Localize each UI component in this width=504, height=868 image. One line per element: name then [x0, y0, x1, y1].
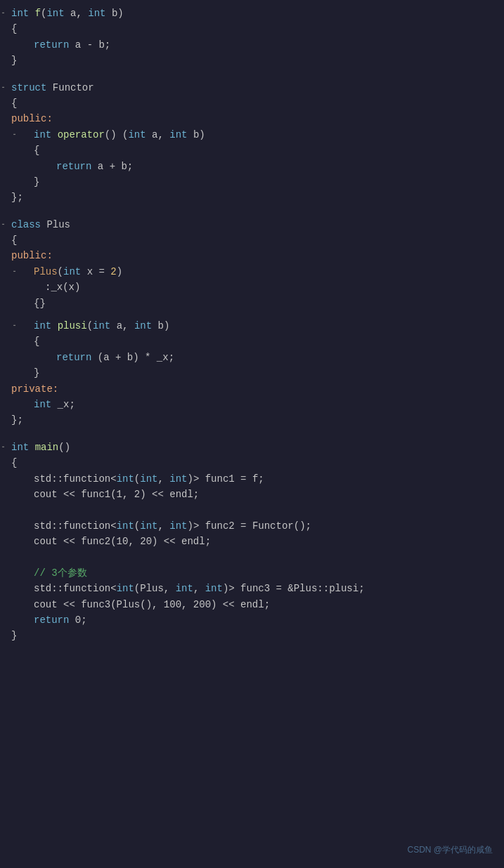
line: return 0; [0, 612, 504, 628]
code-line: int f(int a, int b) [11, 6, 498, 21]
code-line: { [11, 21, 498, 37]
code-line: { [34, 334, 498, 349]
line: ⁃ int plusi(int a, int b) [0, 318, 504, 334]
code-line: } [11, 53, 498, 68]
line: } [0, 174, 504, 190]
line: { [0, 96, 504, 111]
line: std::function<int(int, int)> func1 = f; [0, 471, 504, 487]
code-line: int operator() (int a, int b) [34, 127, 498, 143]
code-line: } [34, 365, 498, 381]
code-line: public: [11, 248, 498, 263]
code-line: { [11, 455, 498, 471]
line: { [0, 21, 504, 37]
line: } [0, 628, 504, 643]
line [0, 502, 504, 518]
fold-button[interactable]: ⁃ [13, 267, 16, 278]
code-line: std::function<int(int, int)> func1 = f; [34, 471, 498, 487]
line: return a - b; [0, 37, 504, 53]
line: cout << func1(1, 2) << endl; [0, 487, 504, 502]
line: ⁃ struct Functor [0, 80, 504, 96]
code-line: {} [34, 296, 498, 311]
line [0, 550, 504, 565]
line: ⁃ Plus(int x = 2) [0, 264, 504, 280]
line: ⁃ int operator() (int a, int b) [0, 127, 504, 143]
line: private: [0, 381, 504, 397]
code-line: public: [11, 111, 498, 126]
code-line [11, 502, 498, 518]
fold-button[interactable]: ⁃ [1, 442, 5, 454]
line: { [0, 143, 504, 158]
code-line: struct Functor [11, 80, 498, 96]
watermark: CSDN @学代码的咸鱼 [407, 843, 493, 857]
code-line: cout << func1(1, 2) << endl; [34, 487, 498, 502]
fold-button[interactable]: ⁃ [1, 8, 5, 20]
code-line: // 3个参数 [34, 565, 498, 581]
line: cout << func3(Plus(), 100, 200) << endl; [0, 597, 504, 612]
code-line: cout << func2(10, 20) << endl; [34, 534, 498, 549]
line: std::function<int(Plus, int, int)> func3… [0, 581, 504, 596]
code-line: }; [11, 412, 498, 428]
line: ⁃ int f(int a, int b) [0, 6, 504, 21]
code-line: :_x(x) [45, 280, 498, 295]
line: {} [0, 296, 504, 311]
line: cout << func2(10, 20) << endl; [0, 534, 504, 549]
struct-functor-block: ⁃ struct Functor { public: ⁃ int operato… [0, 80, 504, 206]
code-line: return a - b; [34, 37, 498, 53]
line: }; [0, 190, 504, 205]
code-line: { [11, 232, 498, 248]
code-line: std::function<int(Plus, int, int)> func3… [34, 581, 498, 596]
fold-button[interactable]: ⁃ [13, 130, 16, 141]
line: :_x(x) [0, 280, 504, 295]
line: { [0, 232, 504, 248]
code-line: return a + b; [56, 159, 498, 174]
code-line: return 0; [34, 612, 498, 628]
fold-button[interactable]: ⁃ [1, 83, 5, 94]
line: // 3个参数 [0, 565, 504, 581]
line: return a + b; [0, 159, 504, 174]
main-block: ⁃ int main() { std::function<int(int, in… [0, 440, 504, 644]
line: { [0, 455, 504, 471]
line: }; [0, 412, 504, 428]
fold-button[interactable]: ⁃ [13, 321, 16, 332]
code-line: } [11, 628, 498, 643]
line: public: [0, 248, 504, 263]
line: std::function<int(int, int)> func2 = Fun… [0, 518, 504, 534]
function-f-block: ⁃ int f(int a, int b) { return a - b; } [0, 6, 504, 69]
code-line: private: [11, 381, 498, 397]
line: return (a + b) * _x; [0, 350, 504, 365]
code-line: { [11, 96, 498, 111]
line: ⁃ class Plus [0, 217, 504, 232]
code-line: { [34, 143, 498, 158]
code-line: cout << func3(Plus(), 100, 200) << endl; [34, 597, 498, 612]
line: ⁃ int main() [0, 440, 504, 455]
class-plus-block: ⁃ class Plus { public: ⁃ Plus(int x = 2)… [0, 217, 504, 428]
line: { [0, 334, 504, 349]
line: int _x; [0, 397, 504, 412]
line: } [0, 53, 504, 68]
code-line: std::function<int(int, int)> func2 = Fun… [34, 518, 498, 534]
line: } [0, 365, 504, 381]
code-line: class Plus [11, 217, 498, 232]
code-line: }; [11, 190, 498, 205]
line: public: [0, 111, 504, 126]
code-line: int plusi(int a, int b) [34, 318, 498, 334]
code-line: Plus(int x = 2) [34, 264, 498, 280]
code-line: return (a + b) * _x; [56, 350, 498, 365]
code-line: int main() [11, 440, 498, 455]
code-line: } [34, 174, 498, 190]
fold-button[interactable]: ⁃ [1, 220, 5, 231]
code-container: ⁃ int f(int a, int b) { return a - b; } … [0, 0, 504, 868]
code-line [11, 550, 498, 565]
code-line: int _x; [34, 397, 498, 412]
